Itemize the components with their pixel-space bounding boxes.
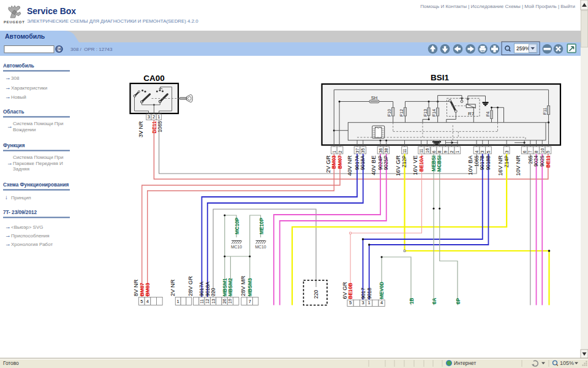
svg-text:9017: 9017 <box>361 288 366 299</box>
svg-text:ЭЛЕКТРИЧЕСКИЕ СХЕМЫ ДЛЯ ДИАГНО: ЭЛЕКТРИЧЕСКИЕ СХЕМЫ ДЛЯ ДИАГНОСТИКИ И РЕ… <box>27 18 198 24</box>
svg-text:9017B: 9017B <box>480 155 485 170</box>
svg-text:16V NR: 16V NR <box>497 155 503 175</box>
svg-text:2: 2 <box>338 151 342 153</box>
svg-text:6: 6 <box>432 151 436 153</box>
svg-text:1: 1 <box>368 300 371 305</box>
svg-text:Хронология Работ: Хронология Работ <box>11 242 53 247</box>
svg-text:<Вьюэр> SVG: <Вьюэр> SVG <box>11 224 43 230</box>
svg-text:4: 4 <box>380 300 383 305</box>
svg-text:12: 12 <box>205 299 209 304</box>
svg-text:Характеристики: Характеристики <box>11 85 47 91</box>
svg-text:1: 1 <box>157 114 160 120</box>
svg-text:6V GR: 6V GR <box>342 282 348 299</box>
svg-text:40V BE: 40V BE <box>370 156 377 175</box>
svg-text:4: 4 <box>475 151 479 153</box>
svg-text:9018A: 9018A <box>205 282 211 296</box>
svg-text:1B: 1B <box>409 297 415 304</box>
svg-text:Приспособления: Приспособления <box>11 233 50 239</box>
svg-text:38: 38 <box>384 148 388 153</box>
svg-text:Новый: Новый <box>11 94 26 100</box>
svg-text:3: 3 <box>361 300 364 305</box>
svg-text:6: 6 <box>522 151 527 153</box>
svg-text:CA00: CA00 <box>143 74 165 83</box>
svg-text:11: 11 <box>200 299 204 304</box>
svg-text:220: 220 <box>211 288 216 296</box>
svg-text:Парковке Передняя И: Парковке Передняя И <box>13 161 63 166</box>
svg-text:BM03: BM03 <box>145 283 151 296</box>
svg-text:MBSM2: MBSM2 <box>228 278 233 296</box>
svg-text:→: → <box>7 159 13 166</box>
svg-text:→: → <box>5 223 11 230</box>
svg-text:3: 3 <box>480 151 484 153</box>
svg-text:↓: ↓ <box>5 194 8 201</box>
svg-text:BE10A: BE10A <box>419 155 424 171</box>
svg-text:26: 26 <box>222 299 227 304</box>
svg-text:8: 8 <box>437 151 442 153</box>
svg-text:MCBSI: MCBSI <box>437 156 442 172</box>
svg-text:Интернет: Интернет <box>454 360 476 366</box>
svg-text:16: 16 <box>425 148 429 153</box>
svg-text:16V GR: 16V GR <box>394 155 401 176</box>
svg-text:F12: F12 <box>399 109 404 117</box>
svg-text:Принцип: Принцип <box>11 195 31 201</box>
svg-text:Схема Функционирования: Схема Функционирования <box>3 182 69 188</box>
svg-text:1: 1 <box>177 299 179 304</box>
svg-text:Z14P: Z14P <box>504 155 510 167</box>
svg-text:MC10: MC10 <box>231 245 242 249</box>
svg-text:2: 2 <box>153 114 155 120</box>
svg-text:→: → <box>5 240 11 247</box>
svg-text:36: 36 <box>379 148 383 153</box>
svg-text:2V GR: 2V GR <box>325 155 331 173</box>
svg-text:8: 8 <box>534 151 538 153</box>
svg-text:5: 5 <box>140 299 143 304</box>
svg-text:308: 308 <box>11 75 20 81</box>
svg-text:→: → <box>5 232 11 239</box>
svg-text:F11: F11 <box>543 107 547 115</box>
svg-text:28V GR: 28V GR <box>187 276 194 296</box>
svg-text:35: 35 <box>361 148 365 153</box>
svg-text:Область: Область <box>3 109 24 115</box>
svg-text:BM03: BM03 <box>331 155 337 169</box>
svg-text:2: 2 <box>450 151 454 153</box>
svg-text:37: 37 <box>355 148 360 153</box>
svg-text:SH: SH <box>371 95 377 101</box>
svg-text:265: 265 <box>528 155 533 164</box>
svg-text:5: 5 <box>486 151 491 153</box>
svg-text:40V NR: 40V NR <box>346 155 353 175</box>
svg-text:1065: 1065 <box>157 121 163 132</box>
svg-text:4: 4 <box>146 299 149 304</box>
svg-text:6A: 6A <box>432 297 437 304</box>
svg-text:BE11: BE11 <box>152 121 157 133</box>
svg-text:Готово: Готово <box>3 360 19 366</box>
svg-text:MC10P: MC10P <box>235 217 240 234</box>
svg-text:220: 220 <box>313 290 319 299</box>
svg-text:9024P: 9024P <box>378 155 383 170</box>
svg-text:3V NR: 3V NR <box>138 121 144 137</box>
svg-text:MBSM1: MBSM1 <box>222 278 228 296</box>
svg-text:Функция: Функция <box>3 143 25 148</box>
svg-text:Система Помощи При: Система Помощи При <box>13 155 64 160</box>
svg-text:16V VE: 16V VE <box>412 156 418 175</box>
svg-text:7T- 23/09/2012: 7T- 23/09/2012 <box>3 210 37 215</box>
svg-text:11: 11 <box>402 148 407 153</box>
svg-text:Автомобиль: Автомобиль <box>5 33 45 40</box>
svg-text:→: → <box>5 84 11 91</box>
svg-text:F10: F10 <box>387 109 391 117</box>
svg-text:10V NR: 10V NR <box>514 155 521 175</box>
svg-text:5: 5 <box>349 300 352 305</box>
svg-text:1065: 1065 <box>474 155 480 167</box>
svg-text:Вождении: Вождении <box>13 127 36 132</box>
svg-text:28V MR: 28V MR <box>240 275 246 296</box>
svg-text:F4: F4 <box>486 112 490 117</box>
svg-text:3: 3 <box>148 114 150 120</box>
svg-text:MEV0D: MEV0D <box>379 282 385 299</box>
svg-text:BM07: BM07 <box>337 155 343 169</box>
svg-text:→: → <box>5 93 11 100</box>
svg-text:13: 13 <box>211 299 216 304</box>
svg-text:9025P: 9025P <box>383 155 389 170</box>
svg-text:Задняя: Задняя <box>13 166 29 172</box>
svg-text:9024: 9024 <box>533 155 539 167</box>
svg-text:8V NR: 8V NR <box>133 279 139 296</box>
svg-text:BSI1: BSI1 <box>431 73 450 82</box>
svg-text:9017A: 9017A <box>355 155 360 170</box>
